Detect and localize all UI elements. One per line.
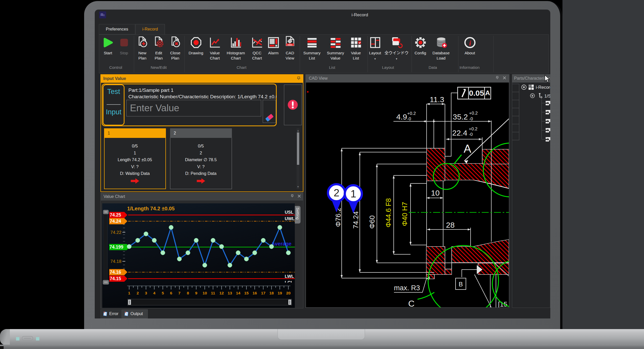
svg-text:74.25: 74.25 <box>110 212 121 218</box>
svg-text:6: 6 <box>170 291 172 295</box>
svg-text:3: 3 <box>145 291 147 295</box>
svg-text:74.22: 74.22 <box>110 230 121 235</box>
svg-text:UWL: UWL <box>285 216 295 221</box>
svg-text:+0.2: +0.2 <box>407 111 416 116</box>
svg-text:19: 19 <box>277 291 282 295</box>
svg-text:-0: -0 <box>407 116 411 121</box>
svg-text:7: 7 <box>178 291 181 295</box>
svg-text:35.2: 35.2 <box>453 113 468 121</box>
svg-text:LWL: LWL <box>285 274 294 279</box>
svg-text:max. R3: max. R3 <box>394 284 420 292</box>
svg-text:10: 10 <box>431 189 440 197</box>
svg-text:74.199: 74.199 <box>109 244 123 250</box>
svg-text:28: 28 <box>446 221 455 229</box>
svg-text:Φ76.2: Φ76.2 <box>334 208 342 227</box>
svg-text:74.15: 74.15 <box>110 276 121 281</box>
svg-text:8: 8 <box>187 291 189 295</box>
svg-text:17: 17 <box>261 291 265 295</box>
svg-text:Φ60: Φ60 <box>368 215 376 229</box>
svg-text:+0.2: +0.2 <box>469 111 478 116</box>
svg-text:14: 14 <box>236 291 240 295</box>
svg-text:22.4: 22.4 <box>452 129 467 137</box>
svg-text:Φ44.6 F8: Φ44.6 F8 <box>385 198 392 227</box>
svg-text:-0: -0 <box>469 116 473 121</box>
svg-text:20: 20 <box>286 291 290 295</box>
svg-text:2: 2 <box>334 187 339 198</box>
svg-text:11.3: 11.3 <box>430 95 444 104</box>
svg-text:74.18: 74.18 <box>110 259 121 264</box>
svg-text:16: 16 <box>252 291 257 295</box>
svg-text:74.24: 74.24 <box>352 211 360 229</box>
svg-text:12: 12 <box>219 291 224 295</box>
svg-text:4: 4 <box>153 291 156 295</box>
svg-text:i: i <box>469 39 471 47</box>
svg-text:15: 15 <box>244 291 249 295</box>
svg-text:1: 1 <box>128 291 130 295</box>
svg-text:74.24: 74.24 <box>110 219 121 224</box>
svg-text:+0.2: +0.2 <box>469 127 478 131</box>
svg-text:11: 11 <box>211 291 215 295</box>
svg-text:B: B <box>459 281 463 288</box>
svg-text:1/Length 74.2 ±0.05: 1/Length 74.2 ±0.05 <box>127 206 174 211</box>
svg-text:-0: -0 <box>469 132 473 137</box>
svg-text:1: 1 <box>350 188 356 199</box>
svg-text:2: 2 <box>137 291 139 295</box>
svg-text:A: A <box>464 142 471 155</box>
svg-text:5: 5 <box>162 291 164 295</box>
svg-text:10: 10 <box>202 291 207 295</box>
svg-text:18: 18 <box>269 291 274 295</box>
svg-text:C: C <box>408 299 415 307</box>
svg-text:Φ40 H7: Φ40 H7 <box>401 202 409 226</box>
svg-text:74.16: 74.16 <box>110 270 121 275</box>
svg-text:A: A <box>485 89 490 97</box>
svg-text:0.05: 0.05 <box>469 89 484 97</box>
svg-text:4.9: 4.9 <box>396 113 407 121</box>
svg-text:13: 13 <box>228 291 232 295</box>
svg-text:DWG: DWG <box>288 44 292 46</box>
svg-text:Average: Average <box>271 241 291 247</box>
svg-text:9: 9 <box>195 291 197 295</box>
svg-text:USL: USL <box>285 210 294 215</box>
